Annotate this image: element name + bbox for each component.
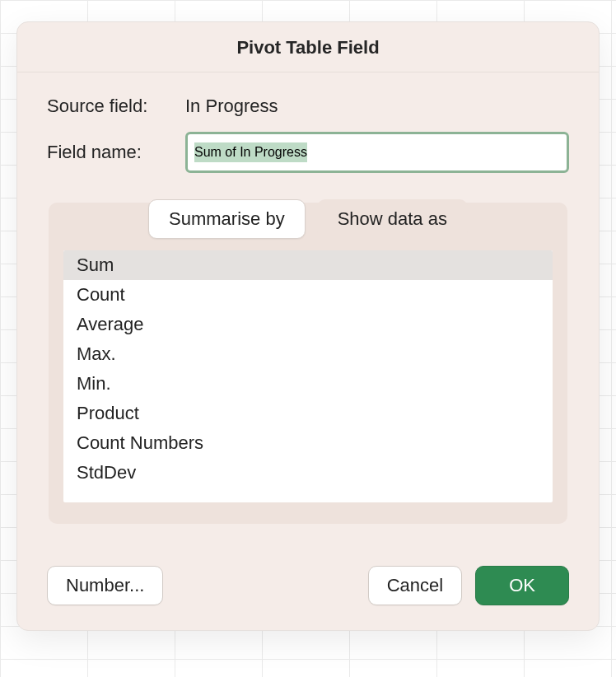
pivot-field-dialog: Pivot Table Field Source field: In Progr… [16, 21, 600, 631]
source-field-label: Source field: [47, 96, 185, 117]
tab-strip: Summarise by Show data as [63, 199, 553, 239]
function-count-numbers[interactable]: Count Numbers [63, 428, 553, 458]
dialog-footer: Number... Cancel OK [17, 554, 599, 630]
source-field-value: In Progress [185, 96, 278, 117]
number-format-button[interactable]: Number... [47, 566, 163, 605]
tab-show-data-as[interactable]: Show data as [317, 199, 468, 239]
function-list[interactable]: Sum Count Average Max. Min. Product Coun… [63, 250, 553, 502]
source-field-row: Source field: In Progress [47, 96, 569, 117]
function-count[interactable]: Count [63, 280, 553, 310]
field-name-row: Field name: Sum of In Progress [47, 132, 569, 173]
function-max[interactable]: Max. [63, 339, 553, 369]
field-name-input[interactable]: Sum of In Progress [194, 142, 307, 162]
summarize-panel: Summarise by Show data as Sum Count Aver… [49, 203, 567, 524]
function-product[interactable]: Product [63, 399, 553, 428]
field-name-input-wrap[interactable]: Sum of In Progress [185, 132, 569, 173]
dialog-title: Pivot Table Field [17, 22, 599, 72]
tab-summarise-by[interactable]: Summarise by [148, 199, 306, 239]
dialog-content: Source field: In Progress Field name: Su… [17, 72, 599, 554]
function-average[interactable]: Average [63, 310, 553, 339]
function-sum[interactable]: Sum [63, 250, 553, 280]
function-stddev[interactable]: StdDev [63, 458, 553, 488]
ok-button[interactable]: OK [475, 566, 569, 605]
function-min[interactable]: Min. [63, 369, 553, 399]
field-name-label: Field name: [47, 142, 185, 163]
cancel-button[interactable]: Cancel [368, 566, 462, 605]
